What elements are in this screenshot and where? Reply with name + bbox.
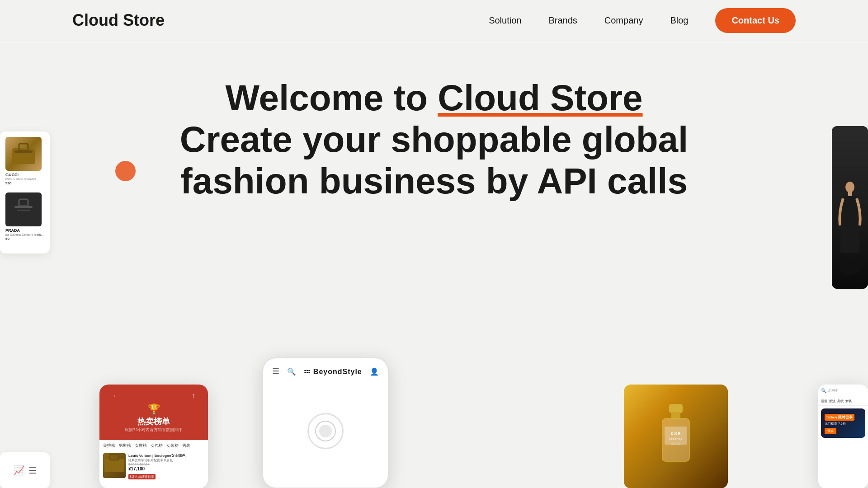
red-tab-womens-bags[interactable]: 女包榜 — [151, 443, 163, 449]
red-product-price-cny: ¥17,100 — [128, 466, 204, 471]
nav-links: Solution Brands Company Blog Contact Us — [489, 8, 796, 33]
hero-subtitle: Create your shoppable global fashion bus… — [180, 119, 689, 202]
nav-blog[interactable]: Blog — [670, 15, 688, 26]
right-tab-women[interactable]: 女装 — [845, 399, 852, 404]
orange-circle-decoration — [115, 161, 136, 181]
red-nav-bar: ← ↑ — [107, 392, 201, 400]
svg-rect-5 — [14, 206, 33, 208]
right-promo-button[interactable]: 领券 — [825, 428, 836, 434]
red-subtitle-chinese: 根据72小时内官方销售数据排序 — [107, 427, 201, 433]
red-product-badge: 8.2折 品牌直购享 — [128, 474, 156, 479]
perfume-bottle: DIOR PRESTIGE LA CRÈME — [653, 399, 698, 474]
product-desc-gucci: nymus small shoulder... — [5, 177, 44, 181]
right-tab-new[interactable]: 最新 — [821, 399, 827, 404]
red-product-row: Louis Vuitton | Boulogne女士棕色 经典交织字母帆布配皮革… — [99, 451, 208, 481]
menu-icon[interactable]: ☰ — [272, 366, 279, 376]
right-tabs-row: 最新 潮流 美妆 女装 — [818, 397, 868, 406]
red-back-icon: ← — [112, 392, 119, 400]
right-tab-trend[interactable]: 潮流 — [829, 399, 835, 404]
red-tab-beauty[interactable]: 美护榜 — [103, 443, 115, 449]
red-product-thumbnail — [103, 453, 126, 478]
red-mobile-screen: ← ↑ 🏆 热卖榜单 根据72小时内官方销售数据排序 美护榜 男鞋榜 女鞋榜 女… — [99, 385, 208, 488]
red-share-icon: ↑ — [192, 392, 195, 400]
nav-solution[interactable]: Solution — [489, 15, 521, 26]
center-user-icon[interactable]: 👤 — [370, 367, 379, 376]
hero-title-brand: Cloud Store — [438, 78, 642, 118]
product-price-prada: 50 — [5, 237, 44, 241]
center-circle-decoration — [307, 413, 344, 449]
right-search-bar: 🔍 老爸鞋 — [818, 385, 868, 397]
center-mobile-body — [263, 382, 388, 480]
left-product-card: GUCCI nymus small shoulder... 990 PRADA … — [0, 131, 50, 253]
brand-logo[interactable]: Cloud Store — [72, 11, 165, 30]
center-mobile-header: ☰ 🔍 𝌅 BeyondStyle 👤 — [263, 358, 388, 382]
svg-rect-8 — [848, 192, 852, 196]
product-brand-prada: PRADA — [5, 228, 44, 233]
red-title-chinese: 热卖榜单 — [107, 416, 201, 427]
red-category-tabs: 美护榜 男鞋榜 女鞋榜 女包榜 女装榜 男装 — [99, 440, 208, 451]
navbar: Cloud Store Solution Brands Company Blog… — [0, 0, 868, 41]
product-desc-prada: da Galleria Saffiano leath... — [5, 233, 44, 237]
list-icon: ☰ — [28, 465, 37, 476]
red-trophy-icon: 🏆 — [107, 404, 201, 415]
product-price-gucci: 990 — [5, 181, 44, 185]
right-perfume-image: DIOR PRESTIGE LA CRÈME — [624, 385, 728, 488]
right-fashion-card — [832, 126, 868, 289]
product-item-gucci: GUCCI nymus small shoulder... 990 — [5, 137, 44, 185]
red-product-info: Louis Vuitton | Boulogne女士棕色 经典交织字母帆布配皮革… — [128, 453, 204, 479]
hero-section: Welcome to Cloud Store Create your shopp… — [0, 41, 868, 488]
right-search-icon[interactable]: 🔍 — [821, 388, 826, 393]
right-promo-badge: fatboy 限时促享 — [825, 414, 854, 421]
red-mobile-header: ← ↑ 🏆 热卖榜单 根据72小时内官方销售数据排序 — [99, 385, 208, 440]
right-promo-text: 无门槛享 7.5折 — [825, 422, 862, 426]
fashion-figure-svg — [836, 180, 863, 280]
red-product-description: 经典交织字母帆布配皮革单肩包 — [128, 458, 204, 462]
red-tab-womens-fashion[interactable]: 女装榜 — [166, 443, 179, 449]
beyond-style-logo: 𝌅 BeyondStyle — [304, 367, 362, 376]
svg-point-7 — [845, 182, 854, 192]
nav-company[interactable]: Company — [604, 15, 643, 26]
right-promo-card: fatboy 限时促享 无门槛享 7.5折 领券 — [821, 408, 865, 438]
right-search-text: 老爸鞋 — [828, 388, 839, 393]
center-mobile-screen: ☰ 🔍 𝌅 BeyondStyle 👤 — [262, 357, 389, 488]
product-image-prada — [5, 192, 42, 226]
perfume-overlay: DIOR PRESTIGE LA CRÈME — [624, 385, 728, 488]
svg-rect-13 — [669, 404, 683, 413]
svg-rect-6 — [17, 210, 30, 211]
red-product-price-usd: $2327 $2314 — [128, 462, 204, 466]
red-tab-mens-shoes[interactable]: 男鞋榜 — [119, 443, 131, 449]
hero-title-prefix: Welcome to — [225, 78, 438, 118]
svg-text:DIOR: DIOR — [671, 432, 681, 435]
product-brand-gucci: GUCCI — [5, 173, 44, 177]
red-product-brand: Louis Vuitton | Boulogne女士棕色 — [128, 453, 204, 458]
product-item-prada: PRADA da Galleria Saffiano leath... 50 — [5, 192, 44, 241]
svg-rect-2 — [14, 150, 33, 153]
red-tab-mens-fashion[interactable]: 男装 — [182, 443, 190, 449]
svg-text:PRESTIGE: PRESTIGE — [669, 438, 682, 441]
chart-icon: 📈 — [14, 465, 25, 476]
far-right-mobile-screen: 🔍 老爸鞋 最新 潮流 美妆 女装 fatboy 限时促享 无门槛享 7.5折 … — [818, 385, 868, 488]
nav-brands[interactable]: Brands — [548, 15, 577, 26]
contact-us-button[interactable]: Contact Us — [715, 8, 796, 33]
center-search-icon[interactable]: 🔍 — [287, 367, 296, 376]
hero-subtitle-line2: fashion business by API calls — [180, 161, 688, 201]
svg-text:LA CRÈME: LA CRÈME — [671, 443, 681, 445]
analytics-card: 📈 ☰ — [0, 452, 50, 488]
hero-subtitle-line1: Create your shoppable global — [180, 119, 689, 160]
svg-rect-9 — [104, 459, 124, 472]
product-image-gucci — [5, 137, 42, 171]
svg-point-12 — [319, 425, 332, 437]
hero-title: Welcome to Cloud Store — [225, 77, 642, 119]
right-tab-beauty[interactable]: 美妆 — [837, 399, 844, 404]
fashion-image-overlay — [832, 126, 868, 289]
svg-rect-16 — [665, 427, 687, 445]
red-tab-womens-shoes[interactable]: 女鞋榜 — [135, 443, 147, 449]
svg-rect-14 — [671, 412, 680, 419]
